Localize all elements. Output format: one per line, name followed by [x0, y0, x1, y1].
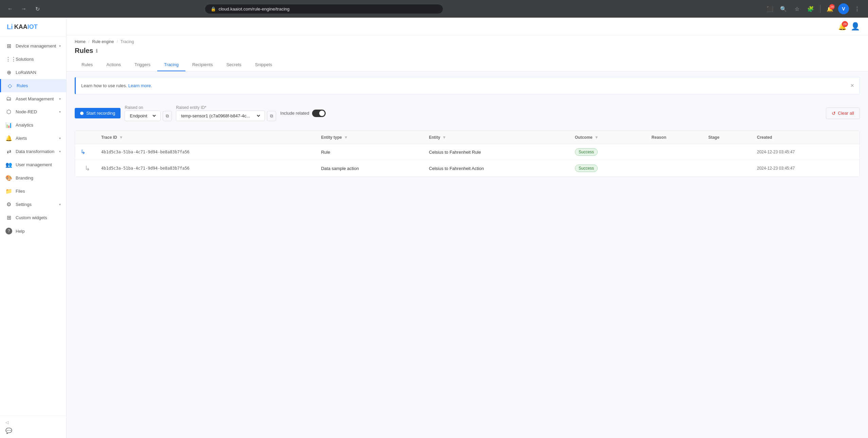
device-management-icon: ⊞	[5, 43, 12, 49]
tab-triggers[interactable]: Triggers	[128, 59, 157, 71]
raised-entity-id-group: Raised entity ID* temp-sensor1 (c7a0968f…	[176, 105, 276, 121]
sidebar-item-custom-widgets[interactable]: ⊞ Custom widgets	[0, 211, 66, 224]
cell-created: 2024-12-23 03:45:47	[752, 144, 860, 160]
chat-icon: 💬	[5, 427, 12, 434]
sidebar-item-settings[interactable]: ⚙ Settings ▾	[0, 198, 66, 211]
bookmark-button[interactable]: ☆	[792, 3, 802, 14]
th-trace-id: Trace ID ▼	[96, 131, 315, 144]
sidebar-item-label: Analytics	[16, 122, 33, 128]
sidebar: Li KAAIOT ⊞ Device management ▾ ⋮⋮ Solut…	[0, 18, 67, 438]
sidebar-item-label: Settings	[16, 202, 32, 207]
table-row: ↳4b1d5c3a-51ba-4c71-9d94-be8a83b7fa56Rul…	[75, 144, 860, 160]
raised-on-select[interactable]: Endpoint Device Application	[128, 113, 157, 119]
table-row: ↳4b1d5c3a-51ba-4c71-9d94-be8a83b7fa56Dat…	[75, 160, 860, 177]
sidebar-item-user-management[interactable]: 👥 User management	[0, 158, 66, 171]
breadcrumb-home[interactable]: Home	[75, 39, 86, 44]
sidebar-item-lorawan[interactable]: ⊕ LoRaWAN	[0, 66, 66, 79]
back-button[interactable]: ←	[5, 4, 15, 14]
raised-entity-id-label: Raised entity ID*	[176, 105, 276, 110]
user-avatar[interactable]: V	[838, 3, 849, 14]
sidebar-item-label: Asset Management	[16, 96, 54, 101]
sidebar-item-rules[interactable]: ◇ Rules	[0, 79, 66, 92]
tabs-container: Rules Actions Triggers Tracing Recipient…	[75, 59, 860, 71]
tab-secrets[interactable]: Secrets	[220, 59, 248, 71]
address-bar[interactable]: 🔒 cloud.kaaiot.com/rule-engine/tracing	[205, 4, 443, 14]
cell-outcome: Success	[569, 160, 646, 177]
entity-id-dropdown[interactable]: temp-sensor1 (c7a0968f-b847-4c...	[176, 111, 265, 121]
row-expand-cell[interactable]: ↳	[75, 144, 96, 160]
sidebar-item-label: Rules	[17, 83, 28, 88]
include-related-group: Include related	[280, 110, 325, 117]
th-expand	[75, 131, 96, 144]
filter-entity-icon[interactable]: ▼	[442, 135, 446, 140]
sidebar-item-data-transformation[interactable]: ⇄ Data transformation ▾	[0, 145, 66, 158]
sidebar-item-files[interactable]: 📁 Files	[0, 185, 66, 198]
top-bar: 🔔 29 👤	[67, 18, 868, 35]
table-header-row: Trace ID ▼ Entity type ▼	[75, 131, 860, 144]
sidebar-item-asset-management[interactable]: 🗂 Asset Management ▾	[0, 92, 66, 105]
cell-trace-id: 4b1d5c3a-51ba-4c71-9d94-be8a83b7fa56	[96, 144, 315, 160]
content-area: Learn how to use rules. Learn more. × St…	[67, 72, 868, 438]
rules-icon: ◇	[6, 82, 13, 89]
include-related-toggle[interactable]	[312, 110, 326, 117]
sidebar-item-branding[interactable]: 🎨 Branding	[0, 171, 66, 185]
sidebar-item-alerts[interactable]: 🔔 Alerts ▾	[0, 132, 66, 145]
tab-snippets[interactable]: Snippets	[248, 59, 279, 71]
tab-recipients[interactable]: Recipients	[185, 59, 220, 71]
sidebar-item-analytics[interactable]: 📊 Analytics	[0, 118, 66, 132]
th-entity: Entity ▼	[423, 131, 569, 144]
raised-on-dropdown[interactable]: Endpoint Device Application	[125, 111, 161, 121]
breadcrumb-rule-engine[interactable]: Rule engine	[92, 39, 114, 44]
forward-button[interactable]: →	[19, 4, 29, 14]
extensions-button[interactable]: 🧩	[805, 3, 816, 14]
tab-rules[interactable]: Rules	[75, 59, 100, 71]
success-badge: Success	[575, 148, 598, 156]
notification-count-badge: 29	[842, 21, 848, 27]
info-icon[interactable]: ℹ	[96, 48, 97, 54]
zoom-button[interactable]: 🔍	[778, 3, 789, 14]
main-content: 🔔 29 👤 Home / Rule engine / Tracing Rule…	[67, 18, 868, 438]
chevron-icon: ▾	[59, 97, 61, 101]
filter-trace-id-icon[interactable]: ▼	[119, 135, 123, 140]
collapse-sidebar-button[interactable]: ◁	[5, 420, 8, 425]
row-expand-cell[interactable]: ↳	[75, 160, 96, 177]
menu-button[interactable]: ⋮	[852, 3, 863, 14]
cell-entity-type: Data sample action	[315, 160, 423, 177]
tab-actions[interactable]: Actions	[100, 59, 128, 71]
sidebar-item-label: LoRaWAN	[16, 70, 36, 75]
collapse-icon: ◁	[5, 420, 8, 425]
start-recording-button[interactable]: Start recording	[75, 108, 121, 118]
analytics-icon: 📊	[5, 122, 12, 128]
notification-icon-button[interactable]: 🔔 29	[838, 22, 847, 31]
page-header: Home / Rule engine / Tracing Rules ℹ Rul…	[67, 35, 868, 72]
expand-row-icon[interactable]: ↳	[80, 149, 86, 155]
clear-all-button[interactable]: ↺ Clear all	[826, 108, 860, 119]
sidebar-item-label: User management	[16, 162, 52, 167]
filter-outcome-icon[interactable]: ▼	[595, 135, 599, 140]
cell-trace-id: 4b1d5c3a-51ba-4c71-9d94-be8a83b7fa56	[96, 160, 315, 177]
th-stage: Stage	[703, 131, 752, 144]
reload-button[interactable]: ↻	[33, 4, 42, 14]
cell-entity: Celsius to Fahrenheit Action	[423, 160, 569, 177]
info-banner-text: Learn how to use rules. Learn more.	[81, 83, 152, 88]
filter-entity-type-icon[interactable]: ▼	[344, 135, 348, 140]
copy-entity-id-button[interactable]: ⧉	[267, 111, 276, 121]
sidebar-item-label: Solutions	[16, 57, 34, 62]
user-profile-button[interactable]: 👤	[851, 22, 860, 31]
entity-id-select[interactable]: temp-sensor1 (c7a0968f-b847-4c...	[180, 113, 261, 119]
close-banner-button[interactable]: ×	[850, 82, 854, 89]
sidebar-item-help[interactable]: ? Help	[0, 224, 66, 238]
learn-more-link[interactable]: Learn more.	[128, 83, 152, 88]
sidebar-item-label: Node-RED	[16, 109, 37, 114]
sidebar-item-node-red[interactable]: ⬡ Node-RED ▾	[0, 105, 66, 118]
user-management-icon: 👥	[5, 161, 12, 168]
solutions-icon: ⋮⋮	[5, 56, 12, 62]
cast-button[interactable]: ⬛	[764, 3, 775, 14]
tab-tracing[interactable]: Tracing	[157, 59, 185, 71]
settings-icon: ⚙	[5, 201, 12, 208]
sidebar-item-solutions[interactable]: ⋮⋮ Solutions	[0, 53, 66, 66]
sidebar-item-device-management[interactable]: ⊞ Device management ▾	[0, 39, 66, 53]
refresh-icon: ↺	[832, 111, 836, 116]
copy-raised-on-button[interactable]: ⧉	[163, 111, 172, 121]
th-created: Created	[752, 131, 860, 144]
